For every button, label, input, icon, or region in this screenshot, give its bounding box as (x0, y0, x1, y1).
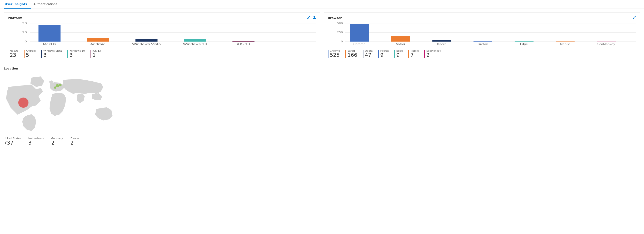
legend-value-seamonkey: 2 (426, 52, 430, 58)
dot-france (54, 86, 56, 89)
legend-value-firefox: 9 (380, 52, 384, 58)
svg-text:Firefox: Firefox (478, 43, 488, 46)
platform-legend: MacOs 23 Android 5 Windows Vista 3 (8, 49, 316, 58)
svg-text:0: 0 (24, 40, 27, 43)
map-australia (95, 107, 112, 120)
platform-pin-icon[interactable] (307, 16, 311, 20)
loc-france: France 2 (70, 137, 79, 146)
browser-panel: Browser 500 250 0 (324, 13, 640, 61)
platform-chart: 20 10 0 MacOs Android Windows Vista Wind… (8, 22, 316, 48)
dot-united-states (18, 98, 28, 108)
svg-text:Mobile: Mobile (560, 43, 570, 46)
bar-opera (432, 40, 451, 42)
legend-bar-opera (363, 50, 364, 58)
bar-chrome (350, 24, 369, 42)
map-container (4, 73, 120, 133)
platform-title: Platform (8, 16, 22, 20)
loc-label-nl: Netherlands (28, 137, 44, 140)
legend-value-winvista: 3 (43, 52, 46, 58)
map-india (76, 93, 85, 103)
svg-text:MacOs: MacOs (43, 43, 56, 45)
legend-android: Android 5 (24, 49, 36, 58)
legend-value-win10: 3 (70, 52, 73, 58)
map-greenland (30, 76, 44, 87)
bar-mobile (556, 42, 574, 42)
legend-bar-android (24, 50, 24, 58)
legend-value-edge: 9 (396, 52, 400, 58)
bar-firefox (474, 42, 492, 42)
browser-icons (633, 16, 636, 20)
legend-seamonkey: SeaMonkey 2 (424, 49, 441, 58)
map-africa (50, 93, 66, 116)
loc-germany: Germany 2 (52, 137, 63, 146)
bar-safari (391, 36, 410, 42)
tab-bar: User Insights Authentications (0, 0, 644, 9)
map-southeast-asia (92, 93, 102, 100)
svg-text:Windows Vista: Windows Vista (132, 43, 161, 45)
dot-germany (59, 84, 62, 86)
legend-bar-macos (8, 50, 8, 58)
dot-netherlands (56, 84, 59, 87)
legend-value-macos: 23 (10, 52, 16, 58)
loc-united-states: United States 737 (4, 137, 21, 146)
legend-value-mobile: 7 (410, 52, 414, 58)
platform-icons (307, 16, 316, 20)
location-title: Location (4, 67, 640, 70)
svg-text:10: 10 (22, 31, 27, 34)
legend-bar-win10 (67, 50, 68, 58)
svg-text:500: 500 (337, 22, 343, 25)
svg-text:SeaMonkey: SeaMonkey (598, 43, 615, 46)
loc-value-de: 2 (52, 140, 63, 146)
svg-text:Edge: Edge (520, 43, 528, 46)
tab-authentications[interactable]: Authentications (33, 0, 61, 9)
loc-value-us: 737 (4, 140, 21, 146)
browser-title: Browser (328, 16, 342, 20)
bar-windows10 (184, 39, 206, 42)
bar-windows-vista (136, 39, 158, 42)
platform-header: Platform (8, 16, 316, 20)
browser-pin-icon[interactable] (633, 16, 636, 20)
bar-macos (38, 25, 60, 42)
legend-chrome: Chrome 525 (328, 49, 340, 58)
map-asia (63, 79, 103, 94)
browser-header: Browser (328, 16, 636, 20)
loc-value-fr: 2 (70, 140, 79, 146)
bar-edge (514, 42, 533, 42)
loc-value-nl: 3 (28, 140, 44, 146)
legend-value-opera: 47 (365, 52, 371, 58)
legend-value-safari: 166 (348, 52, 357, 58)
bar-android (87, 38, 109, 42)
platform-export-icon[interactable] (312, 16, 316, 20)
legend-windows-vista: Windows Vista 3 (41, 49, 62, 58)
browser-chart: 500 250 0 Chrome Safari Opera Firefox (328, 22, 636, 48)
location-panel: Location (4, 67, 640, 146)
loc-netherlands: Netherlands 3 (28, 137, 44, 146)
legend-value-ios13: 1 (92, 52, 96, 58)
legend-bar-firefox (378, 50, 379, 58)
loc-label-de: Germany (52, 137, 63, 140)
legend-mobile: Mobile 7 (408, 49, 419, 58)
legend-safari: Safari 166 (346, 49, 357, 58)
platform-panel: Platform 20 10 (4, 13, 320, 61)
bar-ios13 (232, 41, 254, 42)
legend-windows10: Windows 10 3 (67, 49, 85, 58)
svg-text:Safari: Safari (396, 43, 405, 46)
loc-label-us: United States (4, 137, 21, 140)
legend-bar-safari (346, 50, 346, 58)
legend-value-android: 5 (26, 52, 29, 58)
legend-bar-mobile (408, 50, 409, 58)
svg-text:20: 20 (22, 22, 27, 25)
map-south-america (22, 114, 36, 131)
legend-bar-edge (394, 50, 395, 58)
legend-firefox: Firefox 9 (378, 49, 389, 58)
location-stats: United States 737 Netherlands 3 Germany … (4, 137, 640, 146)
legend-bar-chrome (328, 50, 328, 58)
svg-text:Windows 10: Windows 10 (183, 43, 207, 45)
tab-user-insights[interactable]: User Insights (4, 0, 31, 9)
legend-edge: Edge 9 (394, 49, 403, 58)
svg-text:Android: Android (90, 43, 106, 45)
legend-value-chrome: 525 (330, 52, 340, 58)
browser-legend: Chrome 525 Safari 166 Opera 47 (328, 49, 636, 58)
legend-bar-ios13 (90, 50, 91, 58)
loc-label-fr: France (70, 137, 79, 140)
